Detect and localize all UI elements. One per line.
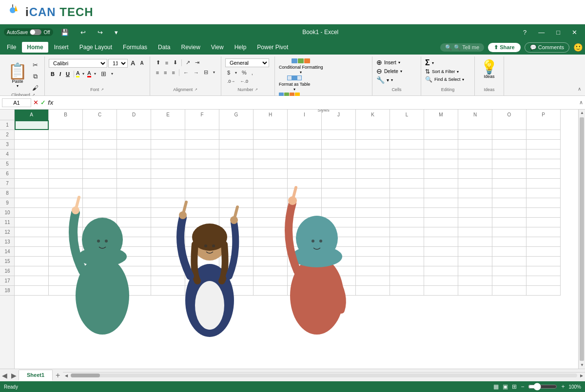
tab-nav-left[interactable]: ◀ [0, 372, 9, 379]
sheet-tab-sheet1[interactable]: Sheet1 [19, 370, 53, 381]
zoom-out-button[interactable]: − [521, 383, 524, 390]
menu-page-layout[interactable]: Page Layout [75, 42, 117, 53]
paste-dropdown[interactable]: ▾ [17, 84, 19, 88]
italic-button[interactable]: I [58, 71, 63, 77]
decrease-indent-button[interactable]: ← [181, 69, 191, 76]
row-10[interactable]: 10 [0, 208, 15, 218]
autosum-button[interactable]: Σ ▾ [425, 58, 470, 67]
delete-button[interactable]: ⊖ Delete ▾ [376, 67, 417, 75]
row-17[interactable]: 17 [0, 276, 15, 286]
add-sheet-button[interactable]: + [53, 371, 63, 380]
cell-G1[interactable] [219, 120, 254, 130]
tell-me-label[interactable]: 🔍 Tell me [454, 44, 479, 51]
currency-button[interactable]: $ [225, 69, 232, 76]
menu-data[interactable]: Data [153, 42, 175, 53]
orientation-button[interactable]: ↗ [184, 58, 192, 67]
align-right-button[interactable]: ≡ [170, 69, 176, 76]
scroll-thumb-h[interactable] [71, 373, 100, 377]
menu-formulas[interactable]: Formulas [118, 42, 152, 53]
cell-D1[interactable] [117, 120, 151, 130]
page-break-view-button[interactable]: ⊞ [512, 383, 517, 390]
tab-nav-right[interactable]: ▶ [9, 372, 19, 379]
cell-P1[interactable] [526, 120, 561, 130]
row-3[interactable]: 3 [0, 140, 15, 149]
font-expand-icon[interactable]: ↗ [101, 88, 104, 92]
align-center-button[interactable]: ≡ [162, 69, 169, 76]
cell-I1[interactable] [288, 120, 322, 130]
col-header-F[interactable]: F [185, 110, 219, 120]
formula-cancel-icon[interactable]: ✕ [33, 99, 39, 106]
autosave-toggle[interactable]: AutoSave Off [4, 28, 53, 36]
vertical-scrollbar[interactable]: ▲ ▼ [578, 110, 585, 369]
formula-expand-icon[interactable]: ∧ [579, 99, 583, 106]
row-2[interactable]: 2 [0, 130, 15, 140]
decrease-font-size-button[interactable]: A [138, 59, 145, 67]
merge-center-button[interactable]: ⊟ [202, 68, 210, 76]
maximize-button[interactable]: □ [552, 28, 564, 37]
col-header-B[interactable]: B [49, 110, 83, 120]
col-header-L[interactable]: L [390, 110, 424, 120]
font-label[interactable]: Font ↗ [49, 87, 146, 93]
col-header-H[interactable]: H [254, 110, 288, 120]
cell-B1[interactable] [49, 120, 83, 130]
borders-dropdown[interactable]: ▾ [109, 71, 115, 77]
comma-button[interactable]: , [250, 69, 255, 76]
find-select-button[interactable]: 🔍 Find & Select ▾ [425, 76, 470, 83]
cut-button[interactable]: ✂ [30, 60, 40, 70]
row-11[interactable]: 11 [0, 218, 15, 227]
copy-button[interactable]: ⧉ [30, 72, 40, 81]
number-expand-icon[interactable]: ↗ [255, 88, 258, 92]
format-as-table-button[interactable]: Format as Table ▾ [279, 75, 310, 92]
increase-decimal-button[interactable]: .0→ [225, 78, 237, 85]
formula-confirm-icon[interactable]: ✓ [40, 99, 46, 106]
increase-font-size-button[interactable]: A [129, 58, 137, 68]
cell-C2[interactable] [83, 130, 117, 140]
ideas-button[interactable]: 💡 Ideas [479, 58, 500, 81]
cell-H1[interactable] [254, 120, 288, 130]
wrap-text-button[interactable]: ⇥ [193, 58, 201, 67]
paste-button[interactable]: 📋 Paste ▾ [6, 61, 29, 90]
horizontal-scrollbar[interactable]: ◀ ▶ [63, 372, 585, 379]
cell-reference-box[interactable] [2, 98, 31, 107]
cell-J1[interactable] [322, 120, 356, 130]
font-name-select[interactable]: Calibri [49, 59, 107, 68]
row-13[interactable]: 13 [0, 237, 15, 247]
col-header-P[interactable]: P [526, 110, 561, 120]
fill-color-dropdown[interactable]: ▾ [80, 71, 86, 77]
row-16[interactable]: 16 [0, 266, 15, 276]
minimize-button[interactable]: — [534, 28, 548, 37]
row-12[interactable]: 12 [0, 227, 15, 237]
align-bottom-button[interactable]: ⬇ [171, 58, 179, 67]
format-button[interactable]: 🔧 ▾ ▾ [376, 76, 417, 84]
conditional-formatting-button[interactable]: Conditional Formatting ▾ [279, 58, 323, 75]
normal-view-button[interactable]: ▦ [493, 383, 499, 390]
cell-N1[interactable] [458, 120, 492, 130]
scroll-right-button[interactable]: ▶ [579, 373, 584, 378]
align-middle-button[interactable]: ≡ [163, 59, 170, 67]
cell-A1[interactable] [15, 120, 49, 130]
row-7[interactable]: 7 [0, 179, 15, 188]
scroll-down-button[interactable]: ▼ [579, 362, 585, 369]
row-9[interactable]: 9 [0, 198, 15, 208]
font-size-select[interactable]: 11 [108, 59, 128, 68]
scroll-thumb[interactable] [580, 117, 584, 361]
ribbon-collapse-button[interactable]: ∧ [576, 84, 583, 93]
row-8[interactable]: 8 [0, 188, 15, 198]
cell-L1[interactable] [390, 120, 424, 130]
menu-home[interactable]: Home [22, 42, 48, 53]
align-top-button[interactable]: ⬆ [154, 58, 162, 67]
row-14[interactable]: 14 [0, 247, 15, 257]
font-color-button[interactable]: A [87, 70, 91, 77]
row-1[interactable]: 1 [0, 120, 15, 130]
zoom-slider[interactable] [528, 383, 557, 391]
col-header-K[interactable]: K [356, 110, 390, 120]
share-button[interactable]: ⬆ Share [488, 43, 521, 52]
format-painter-button[interactable]: 🖌 [30, 83, 40, 93]
formula-input[interactable] [56, 100, 577, 106]
col-header-D[interactable]: D [117, 110, 151, 120]
formula-function-icon[interactable]: fx [48, 99, 54, 106]
bold-button[interactable]: B [49, 71, 57, 77]
col-header-J[interactable]: J [322, 110, 356, 120]
cell-K1[interactable] [356, 120, 390, 130]
fill-color-button[interactable]: A [76, 70, 79, 77]
